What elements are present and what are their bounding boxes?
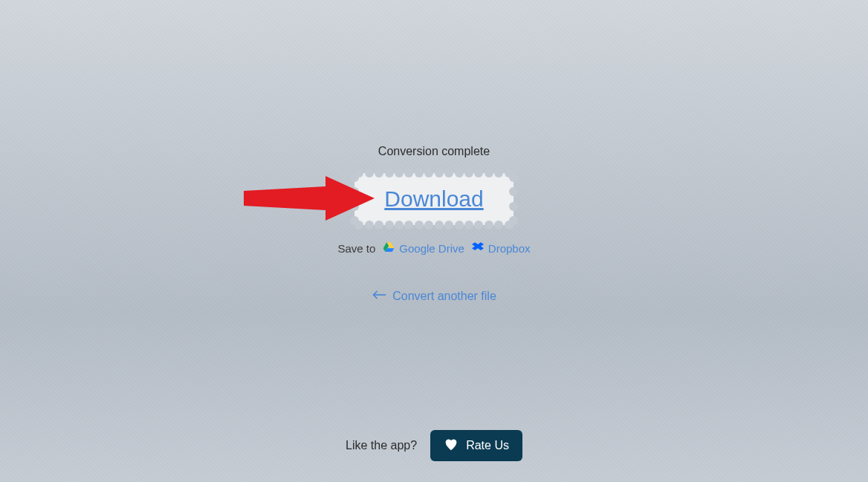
rate-us-button[interactable]: Rate Us <box>430 430 522 461</box>
download-panel: Download <box>354 173 513 225</box>
dropbox-icon <box>472 241 484 255</box>
arrow-left-icon <box>372 290 386 303</box>
status-text: Conversion complete <box>0 145 868 158</box>
dropbox-label: Dropbox <box>488 242 531 255</box>
footer: Like the app? Rate Us <box>0 430 868 461</box>
download-link[interactable]: Download <box>384 186 483 211</box>
like-app-text: Like the app? <box>346 439 417 452</box>
convert-another-link[interactable]: Convert another file <box>372 290 496 303</box>
convert-another-row: Convert another file <box>0 290 868 303</box>
dropbox-link[interactable]: Dropbox <box>472 241 531 255</box>
heart-icon <box>444 437 459 454</box>
conversion-result-area: Conversion complete Download Save to <box>0 145 868 255</box>
convert-another-label: Convert another file <box>392 290 496 303</box>
save-to-label: Save to <box>337 242 375 255</box>
google-drive-link[interactable]: Google Drive <box>383 241 464 255</box>
google-drive-icon <box>383 241 395 255</box>
google-drive-label: Google Drive <box>399 242 464 255</box>
save-to-row: Save to Google Drive Dropbox <box>0 241 868 255</box>
rate-us-label: Rate Us <box>466 439 509 452</box>
